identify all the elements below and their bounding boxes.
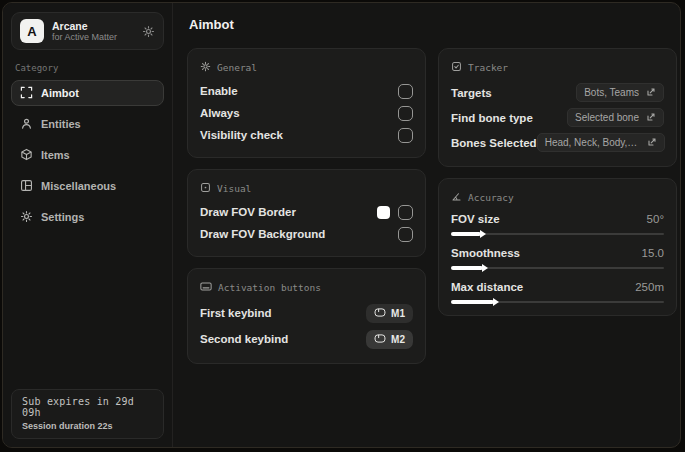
- left-column: General Enable Always Visibility check: [187, 48, 426, 364]
- screen: A Arcane for Active Matter Category: [0, 0, 685, 452]
- section-title: Activation buttons: [218, 282, 321, 293]
- brand-logo: A: [20, 19, 44, 43]
- frame-dot-icon: [200, 182, 211, 195]
- brand-text: Arcane for Active Matter: [52, 20, 134, 42]
- sub-expiry-text: Sub expires in 29d 09h: [22, 396, 153, 418]
- always-checkbox[interactable]: [398, 106, 413, 121]
- person-scan-icon: [20, 117, 33, 132]
- setting-label: Smoothness: [451, 247, 520, 259]
- mouse-icon: [374, 334, 386, 345]
- target-box-icon: [451, 61, 462, 74]
- setting-label: Bones Selected: [451, 137, 537, 149]
- mouse-icon: [374, 308, 386, 319]
- section-title: Tracker: [468, 62, 508, 73]
- subscription-card: Sub expires in 29d 09h Session duration …: [11, 389, 164, 439]
- max-distance-slider[interactable]: [451, 301, 664, 303]
- slider-value: 50°: [647, 213, 664, 225]
- sidebar-item-label: Miscellaneous: [41, 180, 116, 192]
- second-keybind-button[interactable]: M2: [366, 330, 413, 349]
- find-bone-type-select[interactable]: Selected bone: [567, 108, 664, 127]
- setting-label: Draw FOV Background: [200, 228, 325, 240]
- setting-label: First keybind: [200, 307, 272, 319]
- select-value: Bots, Teams: [584, 87, 639, 98]
- expand-icon: [646, 87, 656, 99]
- setting-label: Max distance: [451, 281, 523, 293]
- setting-label: Enable: [200, 85, 238, 97]
- sidebar-item-aimbot[interactable]: Aimbot: [11, 80, 164, 106]
- setting-label: Second keybind: [200, 333, 288, 345]
- right-column: Tracker Targets Bots, Teams: [438, 48, 677, 316]
- sidebar-item-label: Entities: [41, 118, 81, 130]
- session-duration-text: Session duration 22s: [22, 421, 153, 431]
- crosshair-icon: [20, 86, 33, 101]
- slider-thumb[interactable]: [480, 230, 486, 238]
- slider-value: 250m: [635, 281, 664, 293]
- gear-icon[interactable]: [142, 25, 155, 38]
- setting-label: FOV size: [451, 213, 500, 225]
- visual-card: Visual Draw FOV Border Draw FOV Backgrou…: [187, 169, 426, 257]
- fov-size-slider-group: FOV size 50°: [451, 210, 664, 235]
- gear-icon: [20, 210, 33, 225]
- tracker-card: Tracker Targets Bots, Teams: [438, 48, 677, 167]
- first-keybind-button[interactable]: M1: [366, 304, 413, 323]
- slider-thumb[interactable]: [493, 298, 499, 306]
- layout-icon: [20, 179, 33, 194]
- expand-icon: [647, 137, 657, 149]
- category-label: Category: [15, 63, 160, 73]
- keybind-value: M2: [391, 334, 405, 345]
- select-value: Head, Neck, Body, Pe...: [545, 137, 640, 148]
- gear-dotted-icon: [200, 61, 211, 74]
- page-title: Aimbot: [189, 17, 670, 32]
- draw-fov-background-checkbox[interactable]: [398, 227, 413, 242]
- fov-border-color-swatch[interactable]: [377, 206, 390, 219]
- setting-label: Targets: [451, 87, 492, 99]
- sidebar-item-entities[interactable]: Entities: [11, 111, 164, 137]
- smoothness-slider-group: Smoothness 15.0: [451, 244, 664, 269]
- general-card: General Enable Always Visibility check: [187, 48, 426, 158]
- main-content: Aimbot General: [173, 3, 680, 447]
- cube-icon: [20, 148, 33, 163]
- sidebar-item-miscellaneous[interactable]: Miscellaneous: [11, 173, 164, 199]
- brand-subtitle: for Active Matter: [52, 32, 134, 42]
- select-value: Selected bone: [575, 112, 639, 123]
- section-title: Accuracy: [468, 192, 514, 203]
- setting-label: Draw FOV Border: [200, 206, 296, 218]
- fov-size-slider[interactable]: [451, 233, 664, 235]
- sidebar-item-settings[interactable]: Settings: [11, 204, 164, 230]
- sidebar: A Arcane for Active Matter Category: [3, 3, 173, 447]
- sidebar-item-label: Settings: [41, 211, 84, 223]
- brand-name: Arcane: [52, 20, 134, 32]
- activation-card: Activation buttons First keybind: [187, 268, 426, 364]
- targets-select[interactable]: Bots, Teams: [576, 83, 664, 102]
- setting-label: Always: [200, 107, 240, 119]
- draw-fov-border-checkbox[interactable]: [398, 205, 413, 220]
- slider-fill: [451, 300, 494, 304]
- app-window: A Arcane for Active Matter Category: [2, 2, 681, 448]
- enable-checkbox[interactable]: [398, 84, 413, 99]
- angle-icon: [451, 191, 462, 204]
- section-title: Visual: [217, 183, 251, 194]
- max-distance-slider-group: Max distance 250m: [451, 278, 664, 303]
- setting-label: Visibility check: [200, 129, 283, 141]
- sidebar-item-label: Aimbot: [41, 87, 79, 99]
- visibility-check-checkbox[interactable]: [398, 128, 413, 143]
- brand-card: A Arcane for Active Matter: [11, 12, 164, 50]
- slider-fill: [451, 266, 483, 270]
- section-title: General: [217, 62, 257, 73]
- setting-label: Find bone type: [451, 112, 533, 124]
- slider-fill: [451, 232, 481, 236]
- accuracy-card: Accuracy FOV size 50°: [438, 178, 677, 316]
- keybind-value: M1: [391, 308, 405, 319]
- sidebar-item-label: Items: [41, 149, 70, 161]
- slider-value: 15.0: [642, 247, 664, 259]
- smoothness-slider[interactable]: [451, 267, 664, 269]
- bones-selected-select[interactable]: Head, Neck, Body, Pe...: [537, 133, 665, 152]
- expand-icon: [646, 112, 656, 124]
- slider-thumb[interactable]: [482, 264, 488, 272]
- sidebar-item-items[interactable]: Items: [11, 142, 164, 168]
- keyboard-icon: [200, 281, 212, 294]
